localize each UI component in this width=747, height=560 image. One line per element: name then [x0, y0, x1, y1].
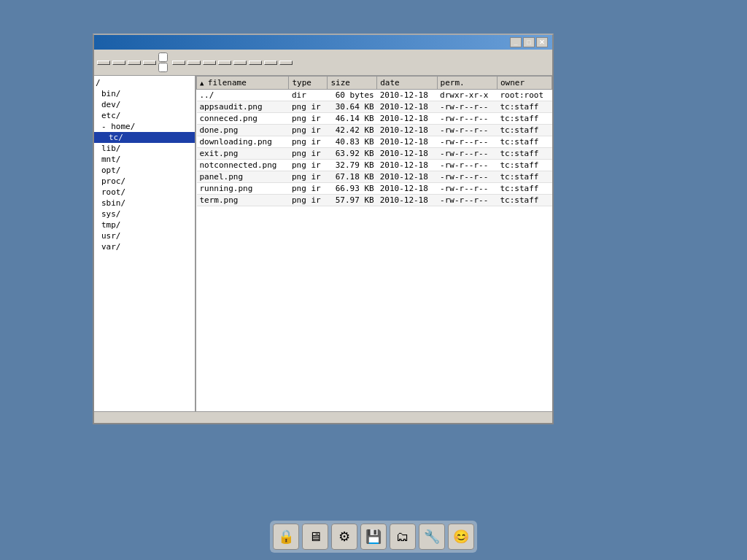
table-cell: 40.83 KB: [328, 136, 377, 148]
copy-button[interactable]: [172, 61, 185, 65]
table-row[interactable]: appsaudit.pngpng ir30.64 KB2010-12-18-rw…: [197, 101, 552, 113]
dir-item[interactable]: opt/: [94, 165, 195, 176]
table-cell: 32.79 KB: [328, 160, 377, 171]
use-sudo-checkbox[interactable]: [158, 63, 168, 72]
table-cell: png ir: [289, 148, 328, 160]
table-cell: tc:staff: [497, 171, 551, 183]
table-row[interactable]: notconnected.pngpng ir32.79 KB2010-12-18…: [197, 160, 552, 171]
window-controls: _ □ ✕: [510, 37, 548, 47]
table-row[interactable]: running.pngpng ir66.93 KB2010-12-18-rw-r…: [197, 183, 552, 195]
table-cell: 60 bytes: [328, 90, 377, 101]
minimize-button[interactable]: _: [510, 37, 522, 47]
dir-item[interactable]: sbin/: [94, 198, 195, 209]
table-cell: 2010-12-18: [377, 148, 437, 160]
maximize-button[interactable]: □: [523, 37, 535, 47]
table-cell: 2010-12-18: [377, 136, 437, 148]
dir-item[interactable]: etc/: [94, 110, 195, 121]
col-date[interactable]: date: [377, 77, 437, 90]
terminal-icon[interactable]: 🖥: [302, 524, 328, 550]
table-row[interactable]: term.pngpng ir57.97 KB2010-12-18-rw-r--r…: [197, 195, 552, 206]
dir-item[interactable]: mnt/: [94, 154, 195, 165]
dir-item[interactable]: tc/: [94, 132, 195, 143]
file-list[interactable]: filename type size date perm. owner ../d…: [196, 76, 552, 411]
user-icon[interactable]: 😊: [448, 524, 474, 550]
dir-item[interactable]: usr/: [94, 230, 195, 241]
col-owner[interactable]: owner: [497, 77, 551, 90]
taskbar: 🔒🖥⚙💾🗂🔧😊: [270, 521, 477, 553]
table-cell: png ir: [289, 171, 328, 183]
apps-icon[interactable]: 🗂: [390, 524, 416, 550]
table-row[interactable]: downloading.pngpng ir40.83 KB2010-12-18-…: [197, 136, 552, 148]
table-cell: conneced.png: [197, 113, 289, 125]
table-cell: 2010-12-18: [377, 171, 437, 183]
dir-item[interactable]: /: [94, 77, 195, 88]
checkbox-group: [158, 52, 170, 72]
table-cell: drwxr-xr-x: [437, 90, 497, 101]
dir-tree[interactable]: /bin/dev/etc/- home/tc/lib/mnt/opt/proc/…: [94, 76, 196, 411]
quit-button[interactable]: [97, 61, 110, 65]
col-type[interactable]: type: [289, 77, 328, 90]
dir-item[interactable]: bin/: [94, 88, 195, 99]
toolbar: [94, 50, 552, 76]
table-cell: png ir: [289, 136, 328, 148]
table-row[interactable]: panel.pngpng ir67.18 KB2010-12-18-rw-r--…: [197, 171, 552, 183]
table-cell: exit.png: [197, 148, 289, 160]
table-cell: 67.18 KB: [328, 171, 377, 183]
props-button[interactable]: [143, 61, 156, 65]
table-cell: 2010-12-18: [377, 125, 437, 136]
table-row[interactable]: done.pngpng ir42.42 KB2010-12-18-rw-r--r…: [197, 125, 552, 136]
tools-icon[interactable]: 🔧: [419, 524, 445, 550]
dir-item[interactable]: sys/: [94, 209, 195, 219]
col-filename[interactable]: filename: [197, 77, 289, 90]
table-cell: -rw-r--r--: [437, 148, 497, 160]
home-button[interactable]: [233, 61, 247, 65]
delete-button[interactable]: [218, 61, 231, 65]
close-button[interactable]: ✕: [536, 37, 548, 47]
col-perm[interactable]: perm.: [437, 77, 497, 90]
table-cell: 42.42 KB: [328, 125, 377, 136]
table-row[interactable]: conneced.pngpng ir46.14 KB2010-12-18-rw-…: [197, 113, 552, 125]
table-cell: tc:staff: [497, 160, 551, 171]
main-content: /bin/dev/etc/- home/tc/lib/mnt/opt/proc/…: [94, 76, 552, 411]
help-button[interactable]: [279, 61, 293, 65]
dir-item[interactable]: - home/: [94, 121, 195, 132]
file-manager-window: _ □ ✕ /bin/dev/etc/-: [93, 34, 554, 424]
dir-item[interactable]: proc/: [94, 176, 195, 187]
dir-item[interactable]: var/: [94, 241, 195, 252]
paste-button[interactable]: [187, 61, 201, 65]
table-cell: tc:staff: [497, 125, 551, 136]
table-cell: png ir: [289, 113, 328, 125]
table-cell: notconnected.png: [197, 160, 289, 171]
file-table: filename type size date perm. owner ../d…: [196, 76, 552, 206]
lock-icon[interactable]: 🔒: [273, 524, 299, 550]
table-cell: 66.93 KB: [328, 183, 377, 195]
col-size[interactable]: size: [328, 77, 377, 90]
show-all-label[interactable]: [158, 52, 170, 62]
table-cell: -rw-r--r--: [437, 125, 497, 136]
a-button[interactable]: [264, 61, 277, 65]
settings-icon[interactable]: ⚙: [331, 524, 357, 550]
table-cell: 2010-12-18: [377, 160, 437, 171]
tce-button[interactable]: [249, 61, 262, 65]
table-row[interactable]: ../dir60 bytes2010-12-18drwxr-xr-xroot:r…: [197, 90, 552, 101]
dir-item[interactable]: tmp/: [94, 219, 195, 230]
table-cell: png ir: [289, 101, 328, 113]
dir-item[interactable]: lib/: [94, 143, 195, 154]
table-row[interactable]: exit.pngpng ir63.92 KB2010-12-18-rw-r--r…: [197, 148, 552, 160]
table-cell: downloading.png: [197, 136, 289, 148]
show-all-checkbox[interactable]: [158, 52, 168, 62]
table-cell: png ir: [289, 160, 328, 171]
dir-item[interactable]: root/: [94, 187, 195, 198]
table-cell: dir: [289, 90, 328, 101]
table-cell: -rw-r--r--: [437, 160, 497, 171]
table-cell: tc:staff: [497, 148, 551, 160]
table-cell: tc:staff: [497, 113, 551, 125]
dir-item[interactable]: dev/: [94, 99, 195, 110]
statusbar: [94, 411, 552, 423]
trash-button[interactable]: [203, 61, 216, 65]
table-cell: 57.97 KB: [328, 195, 377, 206]
sep2-button: [128, 61, 141, 65]
use-sudo-label[interactable]: [158, 63, 170, 72]
files-icon[interactable]: 💾: [360, 524, 387, 550]
sep1-button: [112, 61, 125, 65]
